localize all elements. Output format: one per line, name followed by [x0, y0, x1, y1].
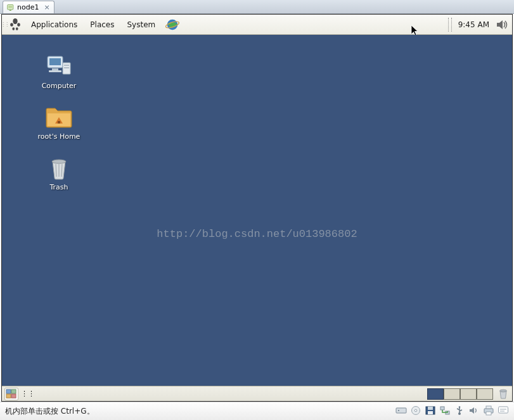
- guest-desktop-frame: ⋮⋮ Applications Places System 9:45 AM C: [1, 14, 513, 402]
- svg-rect-39: [486, 406, 491, 409]
- desktop-icon-label: root's Home: [38, 132, 80, 141]
- svg-point-4: [10, 23, 13, 27]
- svg-point-5: [17, 23, 20, 27]
- svg-point-30: [414, 409, 417, 412]
- gnome-foot-icon[interactable]: [8, 18, 22, 32]
- desktop-icon-label: Computer: [42, 82, 77, 90]
- watermark-text: http://blog.csdn.net/u013986802: [2, 228, 512, 240]
- workspace-2[interactable]: [444, 388, 460, 400]
- svg-rect-40: [486, 412, 491, 415]
- desktop-icon-computer[interactable]: Computer: [27, 54, 91, 90]
- svg-rect-1: [8, 6, 12, 8]
- svg-point-26: [500, 390, 507, 392]
- menu-applications[interactable]: Applications: [25, 15, 84, 34]
- vm-host-statusbar: 机内部单击或按 Ctrl+G。: [0, 402, 514, 420]
- svg-rect-25: [11, 394, 16, 398]
- svg-point-28: [398, 410, 399, 411]
- svg-point-37: [459, 406, 461, 408]
- menu-system[interactable]: System: [120, 15, 162, 34]
- svg-rect-34: [440, 407, 444, 410]
- browser-launcher-icon[interactable]: [165, 18, 179, 32]
- menu-places[interactable]: Places: [84, 15, 120, 34]
- svg-point-6: [12, 27, 15, 30]
- network-icon[interactable]: [439, 405, 451, 417]
- trash-applet-icon[interactable]: [497, 388, 510, 400]
- gnome-top-panel: ⋮⋮ Applications Places System 9:45 AM: [2, 15, 512, 35]
- svg-rect-2: [10, 10, 11, 10]
- vm-device-tray: [395, 405, 509, 417]
- workspace-3[interactable]: [460, 388, 477, 400]
- panel-grip[interactable]: [448, 18, 452, 32]
- clock[interactable]: 9:45 AM: [456, 20, 492, 29]
- svg-rect-24: [6, 394, 11, 398]
- svg-rect-17: [58, 121, 60, 124]
- vm-tab-node1[interactable]: node1 ×: [3, 1, 55, 13]
- svg-rect-23: [11, 389, 16, 393]
- usb-icon[interactable]: [454, 405, 465, 417]
- message-icon[interactable]: [498, 405, 509, 417]
- computer-icon: [44, 54, 74, 79]
- show-desktop-button[interactable]: [4, 388, 18, 400]
- svg-rect-27: [396, 408, 406, 413]
- sound-icon[interactable]: [468, 405, 480, 417]
- desktop-icon-home[interactable]: root's Home: [27, 105, 91, 141]
- floppy-icon[interactable]: [425, 405, 436, 417]
- workspace-1[interactable]: [427, 388, 444, 400]
- panel-handle[interactable]: ⋮⋮: [2, 15, 7, 34]
- vm-icon: [7, 4, 15, 11]
- vm-status-hint: 机内部单击或按 Ctrl+G。: [5, 406, 94, 417]
- volume-icon[interactable]: [496, 18, 508, 31]
- hdd-icon[interactable]: [395, 405, 407, 417]
- home-folder-icon: [44, 105, 74, 130]
- workspace-switcher[interactable]: [427, 388, 493, 400]
- close-icon[interactable]: ×: [44, 3, 49, 11]
- workspace-4[interactable]: [477, 388, 493, 400]
- desktop-area[interactable]: Computer root's Home Trash http://blog.c…: [2, 35, 512, 386]
- svg-point-18: [52, 160, 66, 163]
- svg-rect-11: [49, 58, 61, 65]
- svg-rect-33: [428, 411, 433, 414]
- svg-rect-12: [52, 68, 58, 70]
- panel-handle[interactable]: ⋮⋮: [21, 390, 35, 398]
- desktop-icon-trash[interactable]: Trash: [27, 155, 91, 191]
- vm-tabstrip: node1 ×: [0, 0, 514, 14]
- svg-rect-22: [6, 389, 11, 393]
- gnome-bottom-panel: ⋮⋮: [2, 386, 512, 401]
- desktop-icon-label: Trash: [49, 183, 68, 191]
- printer-icon[interactable]: [483, 405, 494, 417]
- svg-point-7: [16, 27, 18, 30]
- vm-tab-label: node1: [17, 3, 39, 11]
- svg-rect-41: [499, 407, 508, 413]
- cd-icon[interactable]: [410, 405, 421, 417]
- panel-right-cluster: 9:45 AM: [448, 15, 508, 34]
- svg-rect-16: [64, 67, 69, 68]
- svg-rect-32: [428, 407, 433, 410]
- svg-rect-13: [49, 70, 61, 72]
- svg-rect-15: [64, 65, 69, 66]
- svg-point-3: [13, 18, 17, 23]
- trash-icon: [44, 155, 74, 181]
